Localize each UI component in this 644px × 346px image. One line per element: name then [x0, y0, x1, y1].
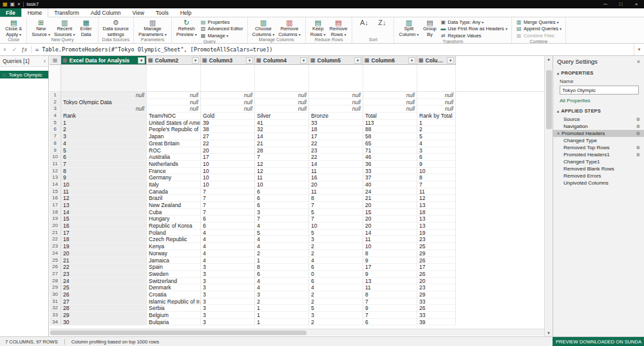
grid-cell[interactable]: null: [147, 105, 201, 113]
grid-cell[interactable]: 7: [363, 312, 417, 319]
advanced-editor-button[interactable]: ▧Advanced Editor: [199, 26, 245, 33]
grid-cell[interactable]: 10: [201, 168, 255, 175]
grid-cell[interactable]: 16: [309, 174, 363, 181]
row-number[interactable]: 32: [50, 305, 61, 312]
grid-cell[interactable]: 10: [255, 181, 309, 188]
grid-cell[interactable]: Poland: [147, 230, 201, 237]
grid-cell[interactable]: 4: [255, 223, 309, 230]
row-number[interactable]: 29: [50, 284, 61, 291]
grid-cell[interactable]: 10: [363, 243, 417, 250]
grid-cell[interactable]: 10: [61, 181, 147, 188]
grid-cell[interactable]: 5: [61, 147, 147, 154]
grid-cell[interactable]: 11: [255, 174, 309, 181]
grid-cell[interactable]: 39: [417, 319, 456, 326]
grid-cell[interactable]: Belgium: [147, 312, 201, 319]
grid-cell[interactable]: 8: [363, 291, 417, 298]
grid-cell[interactable]: 32: [255, 126, 309, 133]
grid-cell[interactable]: New Zealand: [147, 202, 201, 209]
filter-caret-icon[interactable]: ▾: [138, 57, 145, 64]
row-number[interactable]: 19: [50, 215, 61, 223]
formula-check-icon[interactable]: ✓: [10, 46, 19, 53]
grid-cell[interactable]: 7: [363, 298, 417, 305]
grid-cell[interactable]: 6: [255, 271, 309, 278]
filter-caret-icon[interactable]: ▾: [192, 57, 199, 64]
applied-step-promoted-headers[interactable]: ×Promoted Headers⚙: [553, 130, 644, 137]
grid-cell[interactable]: null: [363, 99, 417, 106]
grid-cell[interactable]: 20: [61, 250, 147, 257]
grid-cell[interactable]: 21: [61, 257, 147, 264]
grid-cell[interactable]: 1: [61, 120, 147, 127]
maximize-button[interactable]: □: [613, 0, 629, 8]
grid-cell[interactable]: 9: [417, 161, 456, 168]
grid-cell[interactable]: 2: [309, 250, 363, 257]
filter-caret-icon[interactable]: ▾: [300, 57, 307, 64]
row-number[interactable]: 26: [50, 264, 61, 271]
grid-cell[interactable]: null: [255, 105, 309, 113]
grid-cell[interactable]: 9: [363, 305, 417, 312]
grid-cell[interactable]: 7: [309, 215, 363, 223]
row-number[interactable]: 2: [50, 99, 61, 106]
grid-cell[interactable]: 8: [417, 174, 456, 181]
grid-cell[interactable]: Kenya: [147, 243, 201, 250]
grid-cell[interactable]: Gold: [201, 113, 255, 120]
grid-cell[interactable]: 3: [201, 319, 255, 326]
tab-transform[interactable]: Transform: [48, 8, 84, 17]
horizontal-scrollbar-thumb[interactable]: [50, 331, 307, 335]
grid-cell[interactable]: 1: [417, 120, 456, 127]
applied-step-removed-blank-rows[interactable]: Removed Blank Rows: [553, 165, 644, 172]
grid-cell[interactable]: 25: [417, 243, 456, 250]
grid-cell[interactable]: 6: [201, 223, 255, 230]
grid-cell[interactable]: Spain: [147, 264, 201, 271]
grid-cell[interactable]: Rank by Total: [417, 113, 456, 120]
grid-cell[interactable]: 71: [363, 147, 417, 154]
grid-cell[interactable]: 6: [309, 278, 363, 285]
grid-cell[interactable]: 14: [363, 230, 417, 237]
grid-cell[interactable]: 2: [309, 243, 363, 250]
grid-cell[interactable]: 26: [417, 305, 456, 312]
grid-cell[interactable]: 4: [201, 236, 255, 243]
data-type-button[interactable]: ▣Data Type: Any▾: [439, 19, 509, 26]
grid-cell[interactable]: 26: [417, 257, 456, 264]
grid-cell[interactable]: 7: [255, 215, 309, 223]
applied-step-source[interactable]: Source⚙: [553, 116, 644, 123]
row-number[interactable]: 7: [50, 133, 61, 140]
grid-cell[interactable]: null: [201, 105, 255, 113]
grid-cell[interactable]: Italy: [147, 181, 201, 188]
grid-cell[interactable]: 4: [255, 243, 309, 250]
grid-cell[interactable]: 28: [255, 147, 309, 154]
grid-cell[interactable]: 65: [363, 140, 417, 147]
select-all-corner[interactable]: ▦: [50, 56, 61, 65]
grid-cell[interactable]: 3: [309, 236, 363, 243]
applied-step-removed-errors[interactable]: Removed Errors: [553, 172, 644, 179]
grid-cell[interactable]: 20: [363, 215, 417, 223]
grid-cell[interactable]: 12: [255, 161, 309, 168]
applied-step-changed-type1[interactable]: Changed Type1: [553, 158, 644, 165]
grid-cell[interactable]: 1: [255, 319, 309, 326]
grid-cell[interactable]: Rank: [61, 113, 147, 120]
manage-button[interactable]: ▦Manage▾: [199, 32, 245, 39]
choose-columns-button[interactable]: ▥ChooseColumns▾: [251, 18, 277, 37]
column-header-column3[interactable]: ▦Column3▾: [201, 56, 255, 65]
delete-step-icon[interactable]: ×: [557, 131, 560, 136]
row-number[interactable]: 24: [50, 250, 61, 257]
grid-cell[interactable]: 17: [363, 264, 417, 271]
grid-cell[interactable]: 13: [417, 215, 456, 223]
properties-button[interactable]: ▤Properties: [199, 19, 245, 26]
row-number[interactable]: 14: [50, 181, 61, 188]
grid-cell[interactable]: 3: [201, 298, 255, 305]
row-number[interactable]: 18: [50, 209, 61, 216]
grid-cell[interactable]: Denmark: [147, 284, 201, 291]
filter-caret-icon[interactable]: ▾: [447, 57, 454, 64]
grid-cell[interactable]: 2: [309, 298, 363, 305]
merge-queries-button[interactable]: ▥Merge Queries▾: [515, 19, 563, 26]
row-number[interactable]: 9: [50, 147, 61, 154]
grid-cell[interactable]: 4: [417, 140, 456, 147]
grid-cell[interactable]: 3: [201, 284, 255, 291]
applied-step-promoted-headers1[interactable]: Promoted Headers1⚙: [553, 151, 644, 158]
grid-cell[interactable]: 12: [255, 168, 309, 175]
save-icon[interactable]: ▣: [10, 1, 15, 7]
grid-cell[interactable]: 28: [61, 305, 147, 312]
grid-cell[interactable]: 19: [61, 243, 147, 250]
grid-cell[interactable]: Bulgaria: [147, 319, 201, 326]
grid-cell[interactable]: 37: [363, 174, 417, 181]
